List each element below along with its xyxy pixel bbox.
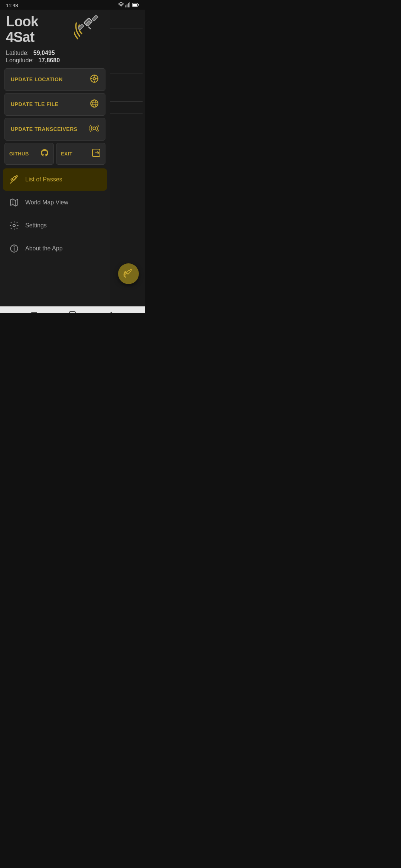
svg-rect-26 (11, 178, 13, 180)
svg-rect-1 (125, 5, 126, 7)
svg-rect-11 (88, 26, 91, 29)
svg-rect-37 (130, 269, 132, 271)
exit-icon (92, 148, 101, 159)
nav-item-world-map[interactable]: World Map View (3, 191, 107, 214)
nav-item-list-of-passes[interactable]: List of Passes (3, 168, 107, 191)
wifi-icon (118, 2, 124, 8)
svg-rect-10 (92, 15, 98, 21)
svg-rect-2 (127, 4, 127, 7)
navigation-menu: List of Passes World Map View (0, 168, 110, 306)
exit-button[interactable]: EXIT (56, 143, 105, 165)
nav-item-about[interactable]: About the App (3, 237, 107, 260)
passes-icon (9, 174, 19, 185)
nav-item-about-label: About the App (25, 245, 63, 252)
transceivers-icon (89, 124, 99, 135)
svg-point-0 (121, 6, 121, 7)
latitude-row: Latitude: 59,0495 (6, 50, 104, 56)
action-buttons-section: UPDATE LOCATION UPDATE TLE FILE (0, 68, 110, 165)
battery-icon (132, 3, 139, 8)
svg-rect-38 (31, 312, 37, 313)
svg-point-20 (93, 100, 96, 107)
svg-point-31 (13, 224, 16, 227)
status-time: 11:48 (6, 3, 18, 8)
github-button[interactable]: GITHUB (4, 143, 54, 165)
about-icon (9, 243, 19, 254)
status-bar: 11:48 (0, 0, 145, 10)
location-icon (89, 74, 99, 85)
signal-icon (125, 2, 131, 8)
update-transceivers-button[interactable]: UPDATE TRANSCEIVERS (4, 118, 105, 141)
update-location-button[interactable]: UPDATE LOCATION (4, 68, 105, 91)
navigation-drawer: Look 4Sat Latit (0, 10, 110, 306)
fab-satellite-button[interactable] (118, 263, 139, 284)
nav-item-settings-label: Settings (25, 222, 47, 229)
back-button[interactable] (103, 307, 118, 313)
nav-item-map-label: World Map View (25, 199, 68, 206)
svg-rect-4 (129, 2, 130, 7)
svg-point-19 (91, 100, 98, 107)
home-button[interactable] (65, 307, 80, 313)
main-screen: D: 43700 ion: 59,8° D: 25544 29° — LOS 0… (0, 10, 145, 306)
svg-point-23 (93, 127, 96, 130)
svg-rect-41 (69, 312, 75, 313)
github-icon (40, 148, 49, 159)
nav-item-passes-label: List of Passes (25, 176, 62, 183)
update-tle-button[interactable]: UPDATE TLE FILE (4, 93, 105, 116)
fab-icon (123, 268, 134, 279)
coordinates-section: Latitude: 59,0495 Longitude: 17,8680 (0, 48, 110, 68)
app-title: Look 4Sat (6, 14, 38, 45)
svg-point-34 (14, 246, 15, 247)
bottom-navigation-bar (0, 306, 145, 313)
svg-rect-6 (133, 4, 137, 6)
recent-apps-button[interactable] (27, 307, 42, 313)
svg-rect-7 (138, 4, 139, 6)
settings-icon (9, 220, 19, 231)
svg-point-14 (93, 77, 96, 80)
svg-rect-3 (128, 3, 128, 7)
map-icon (9, 197, 19, 208)
longitude-row: Longitude: 17,8680 (6, 57, 104, 64)
github-exit-row: GITHUB EXIT (4, 143, 105, 165)
app-header: Look 4Sat (0, 10, 110, 48)
satellite-logo-icon (74, 13, 104, 42)
status-icons (118, 2, 139, 8)
globe-icon (89, 99, 99, 110)
nav-item-settings[interactable]: Settings (3, 214, 107, 237)
